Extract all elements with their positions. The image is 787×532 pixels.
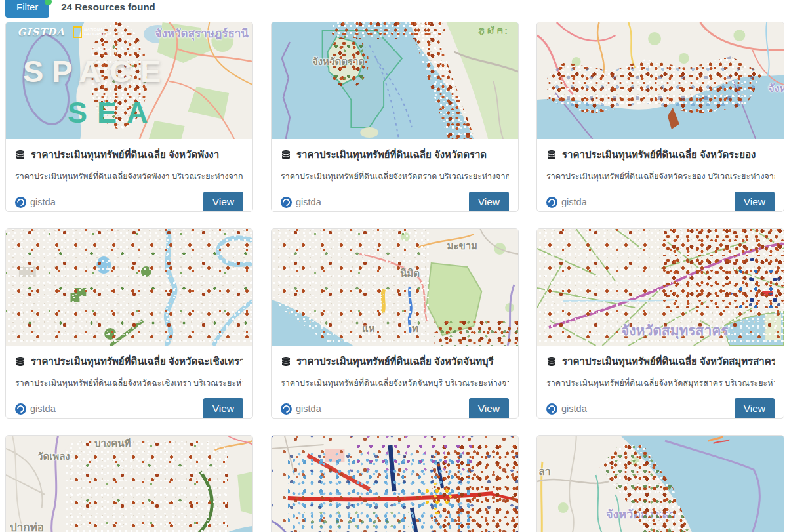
campaign-brand-row: GISTDA NATIONAL GEOGRAPHIC	[6, 26, 124, 38]
card-body: ราคาประเมินทุนทรัพย์ที่ดินเฉลี่ย จังหวัด…	[537, 346, 784, 419]
map-art	[272, 22, 518, 139]
view-button[interactable]: View	[203, 398, 243, 419]
overlay-space-text: SPACE	[23, 53, 169, 89]
org-link[interactable]: gistda	[15, 197, 56, 208]
map-label-district: แห	[362, 321, 375, 337]
view-button[interactable]: View	[203, 192, 243, 212]
map-thumbnail[interactable]	[272, 436, 518, 532]
resource-card: จังหวัดสุราษฎร์ธานี GISTDA NATIONAL GEOG…	[5, 22, 253, 212]
resource-description: ราคาประเมินทุนทรัพย์ที่ดินเฉลี่ยจังหวัดร…	[546, 170, 775, 183]
gistda-logo-icon	[546, 403, 557, 415]
map-label-district: บางคนที	[94, 436, 131, 451]
view-button[interactable]: View	[735, 398, 775, 419]
resource-description: ราคาประเมินทุนทรัพย์ที่ดินเฉลี่ยจังหวัดจ…	[281, 377, 509, 390]
map-label-district: วัดเพลง	[37, 449, 70, 464]
map-thumbnail[interactable]: จังหวัดตราด ភូស័ក:	[272, 22, 518, 139]
map-label-district: มะขาม	[447, 238, 477, 254]
gistda-logo-icon	[281, 197, 292, 208]
map-label-district: นิมิต	[400, 266, 420, 281]
results-toolbar: Filter 24 Resources found	[5, 0, 155, 18]
resource-card: จังห ราคาประเมินทุนทรัพย์ที่ดินเฉลี่ย จั…	[536, 22, 784, 212]
org-name: gistda	[30, 197, 56, 207]
org-link[interactable]: gistda	[281, 403, 321, 415]
view-button[interactable]: View	[735, 192, 775, 212]
gistda-logo-icon	[546, 197, 557, 208]
resource-card: จังหวัดสมุทรสงคราม บางคนที วัดเพลง ปากท่…	[5, 435, 253, 532]
dataset-icon	[281, 150, 291, 160]
resource-card: จังหวัดสงขลา ลา	[536, 435, 784, 532]
org-name: gistda	[296, 403, 321, 414]
resource-grid: จังหวัดสุราษฎร์ธานี GISTDA NATIONAL GEOG…	[5, 22, 784, 532]
dataset-icon	[15, 150, 26, 160]
org-name: gistda	[561, 403, 587, 414]
resource-description: ราคาประเมินทุนทรัพย์ที่ดินเฉลี่ยจังหวัดพ…	[15, 170, 243, 183]
filter-button[interactable]: Filter	[5, 0, 49, 18]
map-thumbnail[interactable]: จังหวัดสงขลา ลา	[537, 436, 784, 532]
map-label-province: จังหวัดสมุทรสาคร	[621, 319, 729, 341]
map-label-foreign: ភូស័ក:	[477, 26, 508, 36]
overlay-to-text: TO	[103, 97, 116, 104]
dataset-icon	[15, 356, 26, 367]
org-name: gistda	[30, 403, 56, 414]
filter-button-label: Filter	[16, 1, 38, 12]
gistda-logo-icon	[15, 403, 26, 415]
resource-title: ราคาประเมินทุนทรัพย์ที่ดินเฉลี่ย จังหวัด…	[31, 354, 243, 369]
map-thumbnail[interactable]: จังหวัดสมุทรสงคราม บางคนที วัดเพลง ปากท่…	[6, 436, 252, 532]
org-link[interactable]: gistda	[546, 403, 587, 415]
resource-card	[271, 435, 519, 532]
resource-description: ราคาประเมินทุนทรัพย์ที่ดินเฉลี่ยจังหวัดส…	[546, 377, 775, 390]
resource-title: ราคาประเมินทุนทรัพย์ที่ดินเฉลี่ย จังหวัด…	[562, 354, 775, 369]
card-body: ราคาประเมินทุนทรัพย์ที่ดินเฉลี่ย จังหวัด…	[537, 139, 784, 212]
org-link[interactable]: gistda	[546, 197, 587, 208]
map-label-district: ท	[412, 321, 418, 337]
dataset-icon	[281, 356, 291, 367]
resource-title: ราคาประเมินทุนทรัพย์ที่ดินเฉลี่ย จังหวัด…	[296, 354, 494, 369]
map-thumbnail[interactable]: จังหวัดสุราษฎร์ธานี GISTDA NATIONAL GEOG…	[6, 22, 252, 139]
resource-title: ราคาประเมินทุนทรัพย์ที่ดินเฉลี่ย จังหวัด…	[296, 147, 487, 163]
map-label-province: จังห	[768, 80, 784, 96]
card-body: ราคาประเมินทุนทรัพย์ที่ดินเฉลี่ย จังหวัด…	[272, 139, 518, 212]
map-thumbnail[interactable]: จังห	[537, 22, 784, 139]
gistda-brand-logo: GISTDA	[18, 26, 65, 38]
gistda-logo-icon	[281, 403, 292, 415]
map-thumbnail[interactable]: มะขาม นิมิต แห ท	[272, 229, 518, 346]
map-label-partial: ลา	[538, 463, 551, 480]
map-thumbnail[interactable]	[6, 229, 252, 346]
dataset-icon	[546, 150, 557, 160]
dataset-icon	[546, 356, 557, 367]
map-label-province: จังหวัดสุราษฎร์ธานี	[155, 24, 249, 42]
natgeo-text-1: NATIONAL	[84, 28, 113, 32]
national-geographic-logo: NATIONAL GEOGRAPHIC	[73, 26, 113, 38]
results-count-text: 24 Resources found	[61, 1, 155, 12]
gistda-logo-icon	[15, 197, 26, 208]
org-link[interactable]: gistda	[15, 403, 56, 415]
map-thumbnail[interactable]: จังหวัดสมุทรสาคร	[537, 229, 784, 346]
resource-card: จังหวัดตราด ភូស័ក: ราคาประเมินทุนทรัพย์ท…	[271, 22, 519, 212]
card-body: ราคาประเมินทุนทรัพย์ที่ดินเฉลี่ย จังหวัด…	[272, 346, 518, 419]
view-button[interactable]: View	[469, 192, 509, 212]
natgeo-frame-icon	[73, 26, 82, 38]
org-name: gistda	[561, 197, 587, 207]
resource-description: ราคาประเมินทุนทรัพย์ที่ดินเฉลี่ยจังหวัดฉ…	[15, 377, 243, 390]
map-label-province: จังหวัดตราด	[312, 54, 365, 70]
org-name: gistda	[296, 197, 321, 207]
map-label-district: ปากท่อ	[10, 518, 44, 532]
natgeo-text-2: GEOGRAPHIC	[84, 32, 113, 37]
card-body: ราคาประเมินทุนทรัพย์ที่ดินเฉลี่ย จังหวัด…	[6, 139, 252, 212]
resource-description: ราคาประเมินทุนทรัพย์ที่ดินเฉลี่ยจังหวัดต…	[281, 170, 509, 183]
resource-card: มะขาม นิมิต แห ท ราคาประเมินทุนทรัพย์ที่…	[271, 228, 519, 419]
org-link[interactable]: gistda	[281, 197, 321, 208]
resource-card: จังหวัดสมุทรสาคร ราคาประเมินทุนทรัพย์ที่…	[536, 228, 784, 419]
view-button[interactable]: View	[469, 398, 509, 419]
resource-catalog-page: Filter 24 Resources found	[0, 0, 787, 532]
filter-active-badge-icon	[45, 0, 52, 5]
card-body: ราคาประเมินทุนทรัพย์ที่ดินเฉลี่ย จังหวัด…	[6, 346, 252, 419]
resource-title: ราคาประเมินทุนทรัพย์ที่ดินเฉลี่ย จังหวัด…	[562, 147, 756, 163]
resource-title: ราคาประเมินทุนทรัพย์ที่ดินเฉลี่ย จังหวัด…	[31, 147, 219, 163]
resource-card: ราคาประเมินทุนทรัพย์ที่ดินเฉลี่ย จังหวัด…	[5, 228, 253, 419]
